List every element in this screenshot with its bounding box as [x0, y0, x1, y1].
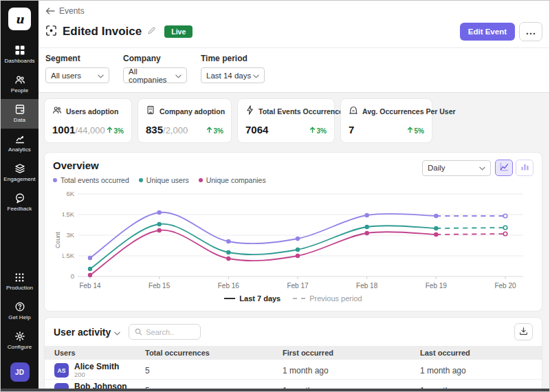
- svg-text:0: 0: [71, 272, 74, 280]
- occurrences-cell: 5: [145, 366, 283, 375]
- segment-select-value: All users: [51, 72, 81, 80]
- window-bottom-edge: [1, 389, 549, 391]
- app-window: u Dashboards People Data Analytics Engag…: [0, 0, 550, 392]
- stat-total: /2,000: [163, 125, 188, 135]
- sidebar-item-people[interactable]: People: [1, 69, 38, 99]
- more-options-button[interactable]: [519, 22, 542, 41]
- back-arrow-icon[interactable]: [45, 7, 55, 15]
- svg-text:Feb 15: Feb 15: [148, 282, 170, 290]
- main-panel: Events Edited Invoice Live Edit Event Se…: [38, 1, 549, 391]
- filter-time-period: Time period Last 14 days: [201, 54, 265, 83]
- sidebar-item-production[interactable]: Production: [1, 268, 38, 296]
- edit-pencil-icon[interactable]: [147, 25, 156, 38]
- svg-text:Feb 20: Feb 20: [494, 282, 516, 290]
- stat-label: Users adoption: [66, 107, 118, 116]
- sidebar: u Dashboards People Data Analytics Engag…: [1, 1, 38, 391]
- chevron-down-icon: [253, 72, 259, 80]
- svg-text:Feb 17: Feb 17: [287, 282, 309, 290]
- column-header-last-occurred: Last occurred: [420, 349, 542, 357]
- sidebar-item-dashboards[interactable]: Dashboards: [1, 40, 38, 69]
- dashboards-icon: [14, 45, 25, 56]
- engagement-icon: [14, 163, 25, 174]
- sidebar-item-label: Data: [14, 117, 25, 123]
- y-axis-title: Count: [53, 188, 63, 292]
- user-avatar[interactable]: JD: [10, 362, 30, 382]
- first-occurred-cell: 1 month ago: [283, 366, 420, 375]
- user-cell: AS Alice Smith200: [54, 362, 145, 378]
- page-title: Edited Invoice: [63, 25, 142, 39]
- help-icon: [14, 301, 25, 312]
- sidebar-item-analytics[interactable]: Analytics: [1, 129, 38, 158]
- stat-card-total-events: Total Events Occurrence 7064 3%: [237, 98, 335, 143]
- stat-card-company-adoption: Company adoption 835 /2,000 3%: [138, 98, 232, 143]
- legend-previous-period: Previous period: [293, 294, 362, 303]
- sidebar-item-configure[interactable]: Configure: [1, 326, 38, 356]
- stat-delta: 3%: [206, 127, 223, 135]
- stats-row: Users adoption 1001 /44,000 3% Co: [44, 98, 542, 143]
- app-logo[interactable]: u: [8, 8, 31, 30]
- stat-card-users-adoption: Users adoption 1001 /44,000 3%: [44, 98, 132, 143]
- legend-dot: [199, 178, 203, 182]
- filter-label: Segment: [45, 54, 109, 63]
- users-icon: [52, 105, 62, 118]
- chart-canvas: 01.5K3K4.5K6KFeb 14Feb 15Feb 16Feb 17Feb…: [63, 188, 531, 292]
- data-icon: [14, 104, 25, 115]
- sidebar-item-label: Feedback: [8, 206, 32, 212]
- app-logo-letter: u: [15, 12, 23, 26]
- stat-delta: 5%: [407, 127, 424, 135]
- stat-label: Total Events Occurrence: [258, 107, 343, 116]
- column-header-users: Users: [54, 349, 145, 357]
- apps-grid-icon: [14, 272, 25, 283]
- stat-delta: 3%: [107, 127, 124, 135]
- interval-select[interactable]: Daily: [422, 160, 491, 176]
- sidebar-item-get-help[interactable]: Get Help: [1, 296, 38, 326]
- bar-chart-icon: [520, 162, 529, 174]
- download-icon: [519, 326, 528, 338]
- user-name: Alice Smith: [74, 362, 119, 371]
- search-input[interactable]: [146, 328, 195, 336]
- company-select-value: All companies: [129, 67, 175, 84]
- user-activity-dropdown[interactable]: User activity: [54, 327, 120, 338]
- interval-select-value: Daily: [428, 164, 446, 172]
- segment-select[interactable]: All users: [45, 67, 109, 83]
- user-activity-card: User activity Users Total occurrences Fi…: [44, 317, 542, 391]
- table-row[interactable]: AS Alice Smith200 5 1 month ago 1 month …: [45, 360, 542, 380]
- arrow-up-icon: [206, 127, 212, 135]
- dashed-line-swatch: [293, 298, 305, 299]
- sidebar-item-feedback[interactable]: Feedback: [1, 188, 38, 217]
- feedback-icon: [14, 193, 25, 204]
- sidebar-item-engagement[interactable]: Engagement: [1, 158, 38, 188]
- overview-title: Overview: [53, 160, 266, 171]
- sidebar-item-label: Engagement: [3, 176, 35, 182]
- user-id: 200: [74, 371, 119, 378]
- time-period-select[interactable]: Last 14 days: [201, 67, 265, 83]
- legend-total-events: Total events occurred: [53, 176, 129, 184]
- sidebar-item-data[interactable]: Data: [1, 99, 38, 129]
- edit-event-button[interactable]: Edit Event: [460, 23, 515, 41]
- filter-segment: Segment All users: [45, 54, 109, 83]
- people-icon: [14, 74, 25, 85]
- svg-text:Feb 18: Feb 18: [356, 282, 378, 290]
- chevron-down-icon: [98, 72, 104, 80]
- svg-text:4.5K: 4.5K: [63, 210, 75, 218]
- chart-type-toggle: [495, 160, 534, 176]
- overview-card: Overview Total events occurred Unique us…: [44, 152, 542, 312]
- breadcrumb-events-link[interactable]: Events: [59, 6, 85, 16]
- download-button[interactable]: [514, 323, 533, 340]
- bar-chart-toggle-button[interactable]: [516, 160, 534, 176]
- gear-icon: [14, 331, 25, 342]
- breadcrumb: Events: [38, 1, 549, 17]
- sidebar-item-label: Dashboards: [4, 58, 34, 64]
- svg-text:1.5K: 1.5K: [63, 252, 75, 259]
- company-select[interactable]: All companies: [123, 67, 187, 83]
- content-area: Users adoption 1001 /44,000 3% Co: [38, 93, 549, 391]
- status-badge: Live: [164, 25, 192, 38]
- legend-last-7-days: Last 7 days: [224, 294, 280, 303]
- ellipsis-icon: [526, 25, 536, 38]
- sidebar-item-label: Production: [6, 285, 33, 291]
- arrow-up-icon: [309, 127, 316, 135]
- chevron-down-icon: [114, 327, 120, 338]
- line-chart: Count 01.5K3K4.5K6KFeb 14Feb 15Feb 16Feb…: [53, 188, 534, 292]
- stat-value: 7064: [245, 124, 268, 135]
- line-chart-toggle-button[interactable]: [495, 160, 513, 176]
